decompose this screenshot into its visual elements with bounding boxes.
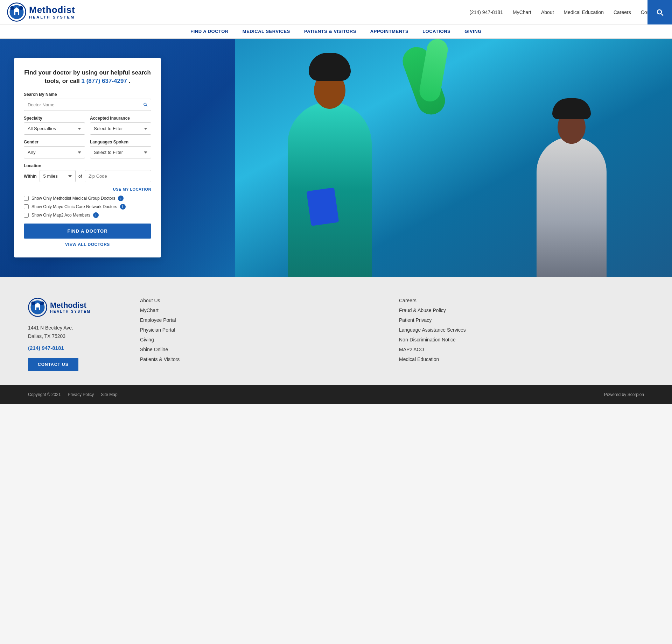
languages-select[interactable]: Select to Filter bbox=[90, 146, 151, 158]
footer-link-shine-online[interactable]: Shine Online bbox=[140, 347, 385, 352]
languages-label: Languages Spoken bbox=[90, 140, 151, 144]
search-headline: Find your doctor by using our helpful se… bbox=[24, 69, 151, 85]
find-doctor-button[interactable]: FIND A DOCTOR bbox=[24, 224, 151, 239]
search-by-name-label: Search By Name bbox=[24, 92, 151, 97]
search-card: Find your doctor by using our helpful se… bbox=[14, 58, 161, 258]
footer-main: Methodist HEALTH SYSTEM 1441 N Beckley A… bbox=[0, 277, 672, 385]
footer-logo: Methodist HEALTH SYSTEM bbox=[28, 298, 126, 317]
hero-people bbox=[235, 39, 672, 277]
zip-input[interactable] bbox=[85, 170, 151, 182]
gender-select[interactable]: Any bbox=[24, 146, 85, 158]
footer-address-line1: 1441 N Beckley Ave. bbox=[28, 325, 73, 331]
methodist-checkbox[interactable] bbox=[24, 196, 29, 201]
doctor-name-input[interactable] bbox=[24, 99, 151, 111]
use-my-location-link[interactable]: USE MY LOCATION bbox=[24, 187, 151, 191]
top-nav-phone[interactable]: (214) 947-8181 bbox=[469, 9, 503, 15]
headline-phone[interactable]: 1 (877) 637-4297 bbox=[81, 78, 127, 84]
footer-contact-us-button[interactable]: CONTACT US bbox=[28, 358, 78, 371]
footer-logo-subtitle: HEALTH SYSTEM bbox=[50, 310, 91, 313]
within-label: Within bbox=[24, 174, 37, 179]
specialty-select[interactable]: All Specialties bbox=[24, 122, 85, 135]
mayo-checkbox-label[interactable]: Show Only Mayo Clinic Care Network Docto… bbox=[31, 204, 117, 209]
footer-bottom-left: Copyright © 2021 Privacy Policy Site Map bbox=[28, 392, 118, 397]
logo-area: Methodist HEALTH SYSTEM bbox=[7, 2, 75, 22]
view-all-doctors-link[interactable]: VIEW ALL DOCTORS bbox=[24, 242, 151, 247]
hero-image bbox=[235, 39, 672, 277]
hero-section: Find your doctor by using our helpful se… bbox=[0, 39, 672, 277]
logo-icon bbox=[7, 2, 26, 22]
doctor-name-wrapper bbox=[24, 99, 151, 111]
nav-medical-services[interactable]: MEDICAL SERVICES bbox=[243, 29, 290, 34]
mayo-info-icon[interactable]: i bbox=[120, 204, 126, 210]
specialty-group: Specialty All Specialties bbox=[24, 116, 85, 135]
footer-link-giving[interactable]: Giving bbox=[140, 337, 385, 342]
footer-address: 1441 N Beckley Ave. Dallas, TX 75203 bbox=[28, 324, 126, 341]
top-nav-careers[interactable]: Careers bbox=[614, 9, 631, 15]
footer-link-employee-portal[interactable]: Employee Portal bbox=[140, 317, 385, 323]
nav-locations[interactable]: LOCATIONS bbox=[422, 29, 450, 34]
top-nav-medical-education[interactable]: Medical Education bbox=[564, 9, 604, 15]
footer-link-non-discrimination[interactable]: Non-Discrimination Notice bbox=[399, 337, 644, 342]
map2-checkbox[interactable] bbox=[24, 213, 29, 218]
footer-links-col2: Careers Fraud & Abuse Policy Patient Pri… bbox=[399, 298, 644, 371]
nav-giving[interactable]: GIVING bbox=[464, 29, 482, 34]
footer-link-fraud[interactable]: Fraud & Abuse Policy bbox=[399, 307, 644, 313]
gender-group: Gender Any bbox=[24, 140, 85, 158]
footer-link-careers[interactable]: Careers bbox=[399, 298, 644, 303]
search-icon bbox=[656, 8, 664, 16]
logo-name: Methodist bbox=[29, 5, 75, 15]
footer-logo-area: Methodist HEALTH SYSTEM 1441 N Beckley A… bbox=[28, 298, 126, 371]
clipboard-shape bbox=[306, 187, 339, 226]
map2-info-icon[interactable]: i bbox=[93, 212, 99, 218]
copyright: Copyright © 2021 bbox=[28, 392, 61, 397]
gender-languages-row: Gender Any Languages Spoken Select to Fi… bbox=[24, 140, 151, 158]
footer-link-about-us[interactable]: About Us bbox=[140, 298, 385, 303]
top-nav-about[interactable]: About bbox=[541, 9, 554, 15]
nav-appointments[interactable]: APPOINTMENTS bbox=[370, 29, 408, 34]
logo-subtitle: HEALTH SYSTEM bbox=[29, 15, 75, 19]
methodist-checkbox-label[interactable]: Show Only Methodist Medical Group Doctor… bbox=[31, 196, 115, 201]
powered-by: Powered by Scorpion bbox=[604, 392, 644, 397]
footer-bottom: Copyright © 2021 Privacy Policy Site Map… bbox=[0, 385, 672, 404]
svg-point-2 bbox=[144, 103, 146, 105]
checkbox-mayo-group: Show Only Mayo Clinic Care Network Docto… bbox=[24, 204, 151, 210]
insurance-group: Accepted Insurance Select to Filter bbox=[90, 116, 151, 135]
within-select[interactable]: 5 miles bbox=[40, 170, 76, 182]
footer-phone[interactable]: (214) 947-8181 bbox=[28, 345, 126, 351]
mayo-checkbox[interactable] bbox=[24, 204, 29, 209]
languages-group: Languages Spoken Select to Filter bbox=[90, 140, 151, 158]
site-map-link[interactable]: Site Map bbox=[101, 392, 117, 397]
search-by-name-group: Search By Name bbox=[24, 92, 151, 111]
footer-bottom-right: Powered by Scorpion bbox=[604, 392, 644, 397]
search-button[interactable] bbox=[648, 0, 672, 24]
nurse-hair bbox=[309, 53, 351, 81]
insurance-label: Accepted Insurance bbox=[90, 116, 151, 121]
top-bar: Methodist HEALTH SYSTEM (214) 947-8181 M… bbox=[0, 0, 672, 24]
footer-link-physician-portal[interactable]: Physician Portal bbox=[140, 327, 385, 333]
of-label: of bbox=[78, 174, 82, 179]
nav-patients-visitors[interactable]: PATIENTS & VISITORS bbox=[304, 29, 356, 34]
main-nav: FIND A DOCTOR MEDICAL SERVICES PATIENTS … bbox=[0, 24, 672, 39]
footer-link-patients-visitors[interactable]: Patients & Visitors bbox=[140, 356, 385, 362]
footer-link-medical-education[interactable]: Medical Education bbox=[399, 356, 644, 362]
map2-checkbox-label[interactable]: Show Only Map2 Aco Members bbox=[31, 213, 90, 218]
location-group: Location Within 5 miles of bbox=[24, 163, 151, 182]
patient-figure bbox=[537, 137, 607, 277]
location-label: Location bbox=[24, 163, 151, 168]
footer-link-patient-privacy[interactable]: Patient Privacy bbox=[399, 317, 644, 323]
footer-links-col1: About Us MyChart Employee Portal Physici… bbox=[140, 298, 385, 371]
specialty-insurance-row: Specialty All Specialties Accepted Insur… bbox=[24, 116, 151, 135]
footer-link-mychart[interactable]: MyChart bbox=[140, 307, 385, 313]
location-row: Within 5 miles of bbox=[24, 170, 151, 182]
insurance-select[interactable]: Select to Filter bbox=[90, 122, 151, 135]
gender-label: Gender bbox=[24, 140, 85, 144]
privacy-policy-link[interactable]: Privacy Policy bbox=[68, 392, 94, 397]
top-nav-mychart[interactable]: MyChart bbox=[513, 9, 531, 15]
footer-logo-icon bbox=[28, 298, 47, 317]
footer-link-language-assistance[interactable]: Language Assistance Services bbox=[399, 327, 644, 333]
nav-find-doctor[interactable]: FIND A DOCTOR bbox=[190, 29, 229, 34]
methodist-info-icon[interactable]: i bbox=[118, 196, 124, 201]
checkbox-methodist-group: Show Only Methodist Medical Group Doctor… bbox=[24, 196, 151, 201]
footer-link-map2-aco[interactable]: MAP2 ACO bbox=[399, 347, 644, 352]
footer-logo-name: Methodist bbox=[50, 301, 91, 310]
